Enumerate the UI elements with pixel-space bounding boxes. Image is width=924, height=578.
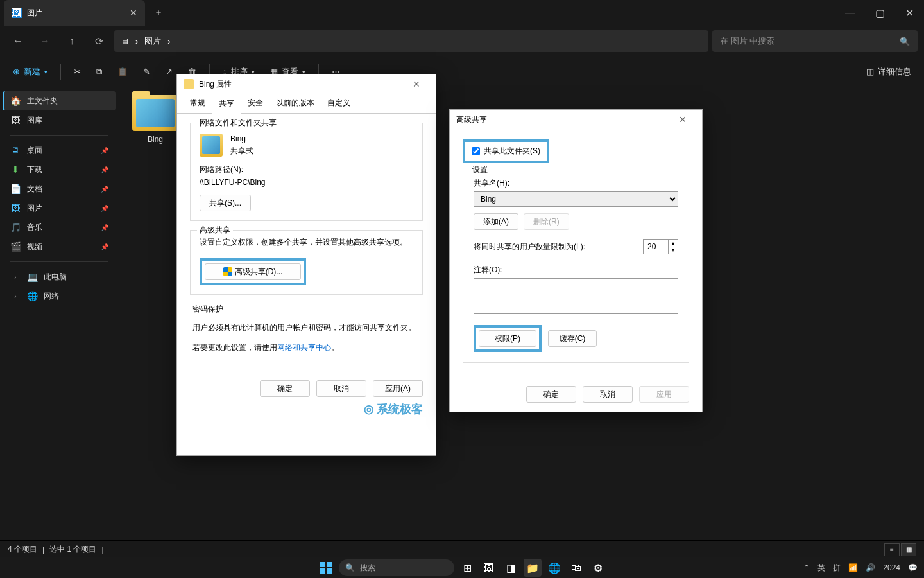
start-button[interactable] [317, 559, 335, 577]
new-tab-button[interactable]: ＋ [145, 7, 172, 19]
wifi-icon[interactable]: 📶 [848, 563, 858, 572]
maximize-button[interactable]: ▢ [865, 0, 894, 26]
taskbar-app-2[interactable]: ◨ [502, 559, 520, 577]
view-list-button[interactable]: ≡ [884, 543, 900, 556]
breadcrumb-pictures[interactable]: 图片 [144, 35, 161, 47]
share-button[interactable]: 共享(S)... [200, 195, 251, 211]
taskbar-explorer[interactable]: 📁 [524, 559, 542, 577]
apply-button[interactable]: 应用(A) [373, 380, 423, 397]
search-icon: 🔍 [345, 563, 355, 572]
task-view-button[interactable]: ⊞ [458, 559, 476, 577]
close-button[interactable]: ✕ [894, 0, 924, 26]
sidebar-item-gallery[interactable]: 🖼图库 [3, 110, 116, 130]
sidebar-item-thispc[interactable]: ›💻此电脑 [3, 267, 116, 286]
permissions-button[interactable]: 权限(P) [479, 330, 536, 347]
cancel-button[interactable]: 取消 [316, 380, 366, 397]
ok-button[interactable]: 确定 [260, 380, 310, 397]
sidebar-item-documents[interactable]: 📄文档📌 [3, 179, 116, 198]
gallery-icon: 🖼 [10, 115, 21, 125]
taskbar-edge[interactable]: 🌐 [545, 559, 563, 577]
limit-input[interactable] [643, 239, 669, 254]
network-center-link[interactable]: 网络和共享中心 [277, 343, 331, 352]
sidebar-item-music[interactable]: 🎵音乐📌 [3, 218, 116, 237]
folder-bing[interactable]: Bing [126, 95, 184, 144]
up-button[interactable]: ↑ [60, 30, 83, 53]
monitor-icon: 🖥 [121, 37, 129, 46]
minimize-button[interactable]: — [835, 0, 865, 26]
share-status: 共享式 [230, 146, 253, 157]
tab-sharing[interactable]: 共享 [212, 94, 241, 114]
tab-close-icon[interactable]: ✕ [130, 8, 137, 18]
copy-button[interactable]: ⧉ [90, 60, 108, 83]
comment-textarea[interactable] [474, 278, 678, 314]
sidebar-item-network[interactable]: ›🌐网络 [3, 286, 116, 306]
spin-up-icon[interactable]: ▲ [669, 240, 678, 247]
new-button[interactable]: ⊕ 新建 ▾ [6, 60, 54, 83]
spin-down-icon[interactable]: ▼ [669, 247, 678, 254]
window-tab[interactable]: 🖼 图片 ✕ [4, 0, 145, 26]
item-count: 4 个项目 [8, 544, 37, 555]
advanced-sharing-dialog: 高级共享 ✕ 共享此文件夹(S) 设置 共享名(H): Bing 添加(A) 删… [449, 109, 703, 412]
forward-button[interactable]: → [33, 30, 56, 53]
taskbar-settings[interactable]: ⚙ [589, 559, 607, 577]
taskbar-app-1[interactable]: 🖼 [480, 559, 498, 577]
dialog-titlebar[interactable]: Bing 属性 ✕ [177, 74, 436, 94]
view-grid-button[interactable]: ▦ [901, 543, 916, 556]
taskbar-search[interactable]: 🔍搜索 [339, 559, 454, 576]
pictures-icon: 🖼 [10, 203, 21, 213]
pin-icon: 📌 [101, 186, 108, 193]
advanced-share-button[interactable]: 高级共享(D)... [205, 263, 301, 280]
cancel-button[interactable]: 取消 [583, 386, 633, 403]
titlebar: 🖼 图片 ✕ ＋ — ▢ ✕ [0, 0, 924, 26]
tray-chevron-icon[interactable]: ⌃ [803, 563, 810, 572]
remove-button[interactable]: 删除(R) [524, 213, 569, 230]
chevron-right-icon: › [10, 293, 21, 300]
dialog-tabs: 常规 共享 安全 以前的版本 自定义 [177, 94, 436, 114]
dialog-titlebar[interactable]: 高级共享 ✕ [450, 110, 702, 129]
sidebar-item-desktop[interactable]: 🖥桌面📌 [3, 141, 116, 160]
back-button[interactable]: ← [6, 30, 30, 53]
sidebar-item-home[interactable]: 🏠主文件夹 [3, 91, 116, 110]
tab-general[interactable]: 常规 [184, 94, 212, 113]
search-placeholder: 在 图片 中搜索 [720, 35, 900, 47]
clock-year[interactable]: 2024 [883, 563, 900, 572]
add-button[interactable]: 添加(A) [474, 213, 518, 230]
paste-button[interactable]: 📋 [111, 60, 134, 83]
rename-button[interactable]: ✎ [137, 60, 157, 83]
tab-security[interactable]: 安全 [241, 94, 270, 113]
details-pane-button[interactable]: ◫ 详细信息 [860, 60, 918, 83]
address-bar[interactable]: 🖥 › 图片 › [114, 30, 708, 52]
pc-icon: 💻 [27, 272, 37, 282]
dialog-title: 高级共享 [456, 114, 487, 125]
tab-previous[interactable]: 以前的版本 [270, 94, 321, 113]
pin-icon: 📌 [101, 224, 108, 231]
svg-rect-3 [327, 568, 332, 574]
user-limit-spinner[interactable]: ▲▼ [643, 239, 678, 254]
search-box[interactable]: 在 图片 中搜索 🔍 [712, 30, 918, 52]
svg-rect-0 [320, 562, 325, 567]
share-checkbox-input[interactable] [472, 147, 480, 155]
sidebar-item-pictures[interactable]: 🖼图片📌 [3, 198, 116, 218]
close-icon[interactable]: ✕ [404, 79, 429, 89]
group-title: 网络文件和文件夹共享 [197, 118, 279, 128]
svg-rect-2 [320, 568, 325, 574]
ime-indicator[interactable]: 英 [817, 563, 825, 574]
volume-icon[interactable]: 🔊 [866, 563, 875, 572]
taskbar-store[interactable]: 🛍 [567, 559, 585, 577]
notifications-icon[interactable]: 💬 [908, 563, 918, 572]
password-group: 密码保护 用户必须具有此计算机的用户帐户和密码，才能访问共享文件夹。 若要更改此… [190, 304, 423, 353]
ok-button[interactable]: 确定 [526, 386, 576, 403]
sidebar-item-downloads[interactable]: ⬇下载📌 [3, 160, 116, 179]
sharename-select[interactable]: Bing [474, 191, 678, 207]
sidebar-item-videos[interactable]: 🎬视频📌 [3, 237, 116, 256]
ime-mode[interactable]: 拼 [833, 563, 841, 574]
cut-button[interactable]: ✂ [67, 60, 87, 83]
search-icon[interactable]: 🔍 [900, 37, 910, 46]
netpath-label: 网络路径(N): [200, 164, 413, 175]
close-icon[interactable]: ✕ [670, 114, 696, 125]
share-folder-checkbox[interactable]: 共享此文件夹(S) [468, 144, 544, 158]
tab-custom[interactable]: 自定义 [321, 94, 357, 113]
refresh-button[interactable]: ⟳ [87, 30, 110, 53]
apply-button[interactable]: 应用 [639, 386, 689, 403]
cache-button[interactable]: 缓存(C) [548, 330, 597, 347]
